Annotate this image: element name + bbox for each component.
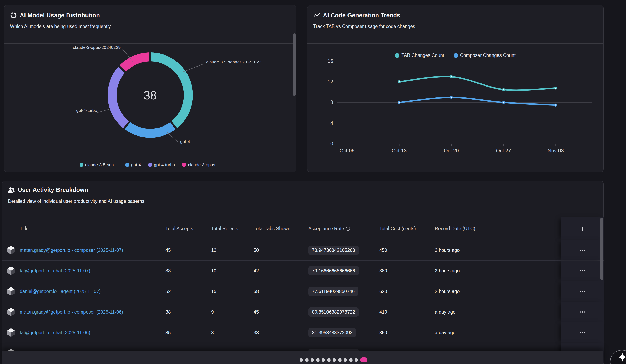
row-title-link[interactable]: tal@getport.io - chat (2025-11-06) <box>20 330 165 335</box>
legend-item-claude-3-5-sonnet-20241022[interactable]: claude-3-5-son… <box>79 162 118 167</box>
legend-swatch <box>125 163 129 167</box>
info-icon[interactable] <box>344 226 350 231</box>
acceptance-rate-cell: 77.61194029850746 <box>308 287 379 296</box>
data-point[interactable] <box>450 96 452 98</box>
table-row: daniel@getport.io - agent (2025-11-07)52… <box>2 281 603 302</box>
data-point[interactable] <box>503 101 505 103</box>
acceptance-rate-cell: 80.85106382978722 <box>308 308 379 317</box>
pagination-dots <box>300 358 367 362</box>
donut-label-gpt-4-turbo: gpt-4-turbo <box>29 108 97 113</box>
total-accepts-cell: 38 <box>165 268 211 274</box>
donut-chart-icon <box>10 12 17 19</box>
donut-label-claude-3-5-sonnet: claude-3-5-sonnet-20241022 <box>206 60 288 64</box>
record-date-cell: a day ago <box>435 330 561 335</box>
x-axis-tick-label: Oct 06 <box>340 148 355 154</box>
card-scrollbar[interactable] <box>293 34 296 96</box>
total-rejects-cell: 15 <box>211 289 254 294</box>
donut-segment-gpt-4[interactable] <box>127 126 173 133</box>
total-rejects-cell: 12 <box>211 247 254 253</box>
row-actions-cell <box>561 240 604 260</box>
dot <box>580 249 581 251</box>
acceptance-rate-badge: 81.3953488372093 <box>308 328 356 337</box>
donut-segment-claude-3-opus-20240229[interactable] <box>123 57 149 69</box>
row-menu-button[interactable] <box>578 247 587 253</box>
pagination-dot-12[interactable] <box>360 358 367 362</box>
table-header-row: TitleTotal AcceptsTotal RejectsTotal Tab… <box>2 217 603 240</box>
row-menu-button[interactable] <box>578 268 587 273</box>
pagination-dot-11[interactable] <box>355 358 358 362</box>
dot <box>580 291 581 292</box>
data-point[interactable] <box>450 76 452 78</box>
acceptance-rate-cell: 78.94736842105263 <box>308 246 379 255</box>
row-title-link[interactable]: daniel@getport.io - agent (2025-11-07) <box>20 289 165 294</box>
legend-item-gpt-4[interactable]: gpt-4 <box>125 162 141 167</box>
pagination-dot-2[interactable] <box>305 358 309 362</box>
model-usage-card: AI Model Usage Distribution Which AI mod… <box>4 5 296 172</box>
data-point[interactable] <box>555 87 557 89</box>
dot <box>580 332 581 333</box>
donut-segment-gpt-4-turbo[interactable] <box>112 70 126 125</box>
y-axis-tick-label: 4 <box>330 120 333 126</box>
column-header-total-tabs-shown: Total Tabs Shown <box>254 226 308 231</box>
column-header-acceptance-rate: Acceptance Rate <box>308 226 379 231</box>
model-usage-donut-chart <box>101 46 199 144</box>
pagination-dot-8[interactable] <box>338 358 342 362</box>
table-row: matan.grady@getport.io - composer (2025-… <box>2 240 603 261</box>
legend-swatch <box>182 163 186 167</box>
donut-segment-claude-3-5-sonnet-20241022[interactable] <box>151 57 188 125</box>
total-accepts-cell: 38 <box>165 309 211 315</box>
ai-assistant-button[interactable] <box>610 350 626 364</box>
pagination-dot-6[interactable] <box>327 358 331 362</box>
legend-item-claude-3-opus-20240229[interactable]: claude-3-opus-… <box>182 162 221 167</box>
total-tabs-shown-cell: 45 <box>254 309 308 315</box>
acceptance-rate-badge: 78.94736842105263 <box>308 246 359 255</box>
data-point[interactable] <box>555 104 557 106</box>
row-actions-cell <box>561 322 604 343</box>
total-accepts-cell: 35 <box>165 330 211 335</box>
row-title-link[interactable]: tal@getport.io - chat (2025-11-07) <box>20 268 165 274</box>
total-cost-cell: 350 <box>379 330 435 335</box>
add-column-button[interactable]: + <box>579 224 586 233</box>
row-title-link[interactable]: matan.grady@getport.io - composer (2025-… <box>20 309 165 315</box>
model-usage-header: AI Model Usage Distribution Which AI mod… <box>4 5 296 44</box>
row-menu-button[interactable] <box>578 330 587 335</box>
record-date-cell: 2 hours ago <box>435 289 561 294</box>
row-menu-button[interactable] <box>578 309 587 315</box>
entity-cube-icon <box>7 308 15 317</box>
total-cost-cell: 450 <box>379 247 435 253</box>
data-point[interactable] <box>503 88 505 91</box>
column-header-total-rejects: Total Rejects <box>211 226 254 231</box>
row-title-link[interactable]: matan.grady@getport.io - composer (2025-… <box>20 247 165 253</box>
legend-item-gpt-4-turbo[interactable]: gpt-4-turbo <box>148 162 175 167</box>
y-axis-tick-label: 8 <box>330 99 333 105</box>
pagination-dot-7[interactable] <box>333 358 336 362</box>
acceptance-rate-cell: 81.3953488372093 <box>308 328 379 337</box>
code-trends-card: AI Code Generation Trends Track TAB vs C… <box>307 5 604 172</box>
entity-cube-icon <box>7 287 15 296</box>
pagination-dot-5[interactable] <box>321 358 325 362</box>
x-axis-tick-label: Nov 03 <box>548 148 564 154</box>
dashboard-page: { "accent_colors": { "teal": "#52c2c8", … <box>0 0 626 364</box>
total-tabs-shown-cell: 42 <box>254 268 308 274</box>
total-rejects-cell: 10 <box>211 268 254 274</box>
total-cost-cell: 380 <box>379 268 435 274</box>
y-axis-tick-label: 12 <box>327 79 333 84</box>
y-axis-tick-label: 16 <box>327 58 333 64</box>
legend-label: claude-3-5-son… <box>85 162 118 167</box>
data-point[interactable] <box>398 81 400 83</box>
total-tabs-shown-cell: 58 <box>254 289 308 294</box>
pagination-dot-9[interactable] <box>344 358 347 362</box>
pagination-dot-4[interactable] <box>316 358 319 362</box>
table-scrollbar[interactable] <box>600 217 603 280</box>
dot <box>582 311 583 313</box>
pagination-dot-1[interactable] <box>300 358 303 362</box>
row-menu-button[interactable] <box>578 289 587 294</box>
dot <box>582 249 583 251</box>
data-point[interactable] <box>398 101 400 103</box>
pagination-dot-3[interactable] <box>311 358 314 362</box>
entity-cube-icon <box>7 246 15 255</box>
donut-label-claude-3-opus: claude-3-opus-20240229 <box>37 45 120 50</box>
pagination-dot-10[interactable] <box>349 358 352 362</box>
row-actions-cell <box>561 302 604 322</box>
dot <box>582 291 583 292</box>
